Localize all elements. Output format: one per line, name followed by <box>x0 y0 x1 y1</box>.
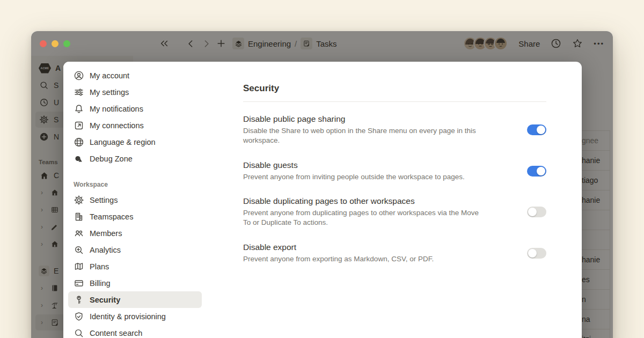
zoom-window-button[interactable] <box>63 40 70 47</box>
building-icon <box>74 211 84 222</box>
people-icon <box>74 228 84 239</box>
setting-description: Prevent anyone from exporting as Markdow… <box>243 254 434 264</box>
shield-check-icon <box>74 311 84 322</box>
settings-nav-label: Content search <box>90 329 142 337</box>
toggle-knob <box>528 208 537 216</box>
person-circle-icon <box>74 70 84 81</box>
setting-row-guests: Disable guests Prevent anyone from invit… <box>243 160 546 182</box>
toggle-disable-public-page-sharing[interactable] <box>527 124 546 135</box>
app-window: Engineering / Tasks <box>31 31 613 338</box>
settings-nav-my-settings[interactable]: My settings <box>68 84 202 100</box>
settings-nav-label: Debug Zone <box>90 155 133 163</box>
gear-icon <box>74 195 84 205</box>
setting-description: Prevent anyone from inviting people outs… <box>243 172 465 182</box>
settings-nav-identity-provisioning[interactable]: Identity & provisioning <box>68 308 202 325</box>
settings-nav-teamspaces[interactable]: Teamspaces <box>68 208 202 225</box>
settings-nav-label: Identity & provisioning <box>90 312 166 321</box>
debug-icon <box>74 153 84 164</box>
setting-description: Disable the Share to web option in the S… <box>243 126 479 146</box>
setting-description: Prevent anyone from duplicating pages to… <box>243 208 479 228</box>
close-window-button[interactable] <box>40 40 47 47</box>
settings-nav-my-connections[interactable]: My connections <box>68 117 202 134</box>
settings-nav-label: Members <box>90 229 122 238</box>
magnifier-plus-icon <box>74 245 84 255</box>
divider <box>243 101 546 102</box>
credit-card-icon <box>74 278 84 289</box>
workspace-section-label: Workspace <box>74 181 196 188</box>
setting-row-duplicating-pages: Disable duplicating pages to other works… <box>243 196 546 228</box>
traffic-lights <box>40 40 70 47</box>
settings-nav-language-region[interactable]: Language & region <box>68 134 202 150</box>
arrow-out-icon <box>74 120 84 131</box>
setting-row-public-page-sharing: Disable public page sharing Disable the … <box>243 114 546 146</box>
toggle-knob <box>528 249 537 258</box>
settings-nav-label: My account <box>90 71 129 80</box>
toggle-disable-guests[interactable] <box>527 166 546 177</box>
settings-nav-label: Settings <box>90 196 118 204</box>
key-icon <box>74 295 84 305</box>
settings-nav-label: My notifications <box>90 105 143 113</box>
settings-nav-label: My settings <box>90 88 129 97</box>
minimize-window-button[interactable] <box>52 40 58 47</box>
settings-nav-members[interactable]: Members <box>68 225 202 241</box>
settings-nav-debug-zone[interactable]: Debug Zone <box>68 150 202 167</box>
setting-title: Disable duplicating pages to other works… <box>243 196 479 206</box>
settings-nav-label: Billing <box>90 279 111 288</box>
toggle-knob <box>537 167 545 175</box>
toggle-disable-export[interactable] <box>527 248 546 259</box>
settings-nav-label: Security <box>90 296 120 304</box>
settings-nav-billing[interactable]: Billing <box>68 275 202 291</box>
settings-nav-label: My connections <box>90 121 144 130</box>
settings-nav-plans[interactable]: Plans <box>68 258 202 275</box>
map-icon <box>74 261 84 272</box>
settings-nav-content-search[interactable]: Content search <box>68 325 202 338</box>
setting-row-export: Disable export Prevent anyone from expor… <box>243 243 546 264</box>
setting-title: Disable export <box>243 243 434 252</box>
setting-title: Disable public page sharing <box>243 114 479 124</box>
bell-icon <box>74 104 84 114</box>
settings-nav-settings[interactable]: Settings <box>68 192 202 208</box>
security-settings-panel: Security Disable public page sharing Dis… <box>207 62 582 338</box>
globe-icon <box>74 137 84 148</box>
toggle-knob <box>537 126 545 134</box>
page-title: Security <box>243 83 546 94</box>
toggle-disable-duplicating-pages[interactable] <box>527 207 546 217</box>
setting-title: Disable guests <box>243 160 465 170</box>
settings-nav-label: Teamspaces <box>90 212 133 221</box>
settings-nav-my-notifications[interactable]: My notifications <box>68 100 202 117</box>
settings-modal: My account My settings My notifications … <box>63 62 582 338</box>
settings-nav-label: Plans <box>90 262 109 271</box>
settings-nav-analytics[interactable]: Analytics <box>68 241 202 258</box>
settings-nav-my-account[interactable]: My account <box>68 67 202 84</box>
settings-nav-security[interactable]: Security <box>68 291 202 308</box>
settings-sidebar: My account My settings My notifications … <box>63 62 207 338</box>
magnifier-icon <box>74 328 84 338</box>
settings-nav-label: Analytics <box>90 246 121 254</box>
settings-nav-label: Language & region <box>90 138 156 146</box>
sliders-icon <box>74 87 84 98</box>
